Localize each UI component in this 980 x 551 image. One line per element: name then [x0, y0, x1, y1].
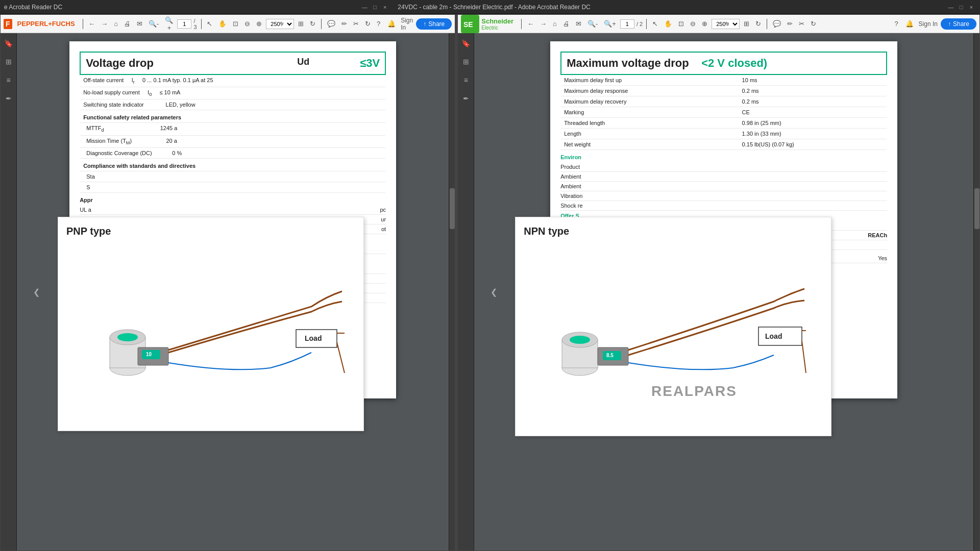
- pen-btn1[interactable]: ✏: [339, 18, 349, 29]
- bookmark-icon1[interactable]: 🔖: [3, 37, 15, 49]
- val-marking: CE: [739, 107, 887, 118]
- scrollbar1[interactable]: [449, 33, 455, 550]
- share-btn2[interactable]: ↑ Share: [941, 18, 976, 30]
- reach-value: REACh: [868, 232, 887, 238]
- sign-in-link1[interactable]: Sign In: [401, 17, 413, 31]
- schneider-logo: SE Schneider Electric: [461, 15, 513, 33]
- rotate3[interactable]: ↻: [753, 18, 763, 29]
- page-input1[interactable]: [177, 19, 191, 29]
- bell-btn1[interactable]: 🔔: [385, 18, 398, 29]
- rotate2-btn1[interactable]: ↻: [363, 18, 373, 29]
- comment-btn1[interactable]: 💬: [325, 18, 337, 29]
- signature-icon2[interactable]: ✒: [460, 92, 472, 105]
- zoom-in-btn1[interactable]: 🔍+: [163, 15, 175, 33]
- max-voltage-value: <2 V closed): [701, 57, 767, 69]
- row-delay-recovery: Maximum delay recovery: [561, 96, 739, 107]
- home-btn1[interactable]: ⌂: [112, 18, 120, 29]
- row-shock: Shock re: [560, 201, 887, 211]
- scissors-btn1[interactable]: ✂: [351, 18, 361, 29]
- scroll-thumb2[interactable]: [974, 188, 979, 229]
- rotate1[interactable]: ↻: [308, 18, 317, 29]
- page-area1: ❮ Voltage drop Ud ≤3V: [17, 33, 449, 550]
- layers-icon2[interactable]: ≡: [460, 74, 472, 86]
- zoom-minus2[interactable]: ⊖: [688, 18, 698, 29]
- home-btn2[interactable]: ⌂: [551, 18, 559, 29]
- window1-controls[interactable]: — □ ×: [360, 3, 389, 12]
- schneider-logo-svg: SE: [461, 15, 479, 33]
- realpars-text: REALPARS: [651, 383, 737, 399]
- fit-page1[interactable]: ⊞: [296, 18, 306, 29]
- fit-page2[interactable]: ⊞: [742, 18, 751, 29]
- row-threaded: Threaded length: [561, 118, 739, 129]
- pf-logo-area: F PEPPERL+FUCHS: [4, 19, 75, 29]
- val-delay-recovery: 0.2 ms: [739, 96, 887, 107]
- select-tool1[interactable]: ⊡: [231, 18, 240, 29]
- row-switching-label: Switching state indicator LED, yellow: [80, 99, 385, 110]
- zoom-select1[interactable]: 250% 100% 150% 200%: [266, 19, 294, 29]
- rotate4-btn2[interactable]: ↻: [808, 18, 818, 29]
- close-btn2[interactable]: ×: [967, 3, 976, 12]
- select-tool2[interactable]: ⊡: [676, 18, 686, 29]
- zoom-minus1[interactable]: ⊖: [242, 18, 252, 29]
- print-btn1[interactable]: 🖨: [122, 18, 133, 29]
- scrollbar2[interactable]: [973, 33, 979, 550]
- question-btn2[interactable]: ?: [892, 18, 900, 29]
- bell-btn2[interactable]: 🔔: [903, 18, 916, 29]
- mail-btn1[interactable]: ✉: [135, 18, 144, 29]
- svg-text:Load: Load: [765, 332, 782, 340]
- question-btn1[interactable]: ?: [375, 18, 382, 29]
- forward-btn1[interactable]: →: [99, 18, 110, 29]
- close-btn1[interactable]: ×: [380, 3, 389, 12]
- zoom-out-btn2[interactable]: 🔍-: [585, 18, 600, 29]
- maximize-btn1[interactable]: □: [370, 3, 379, 12]
- page-input2[interactable]: [620, 19, 634, 29]
- share-icon1: ↑: [423, 20, 426, 28]
- zoom-plus1[interactable]: ⊕: [254, 18, 264, 29]
- zoom-out-btn1[interactable]: 🔍-: [146, 18, 161, 29]
- maximize-btn2[interactable]: □: [957, 3, 966, 12]
- scroll-thumb1[interactable]: [450, 188, 455, 229]
- val-length: 1.30 in (33 mm): [739, 129, 887, 139]
- collapse-btn1[interactable]: ❮: [33, 287, 40, 297]
- collapse-btn2[interactable]: ❮: [491, 287, 497, 297]
- layers-icon1[interactable]: ≡: [3, 74, 15, 86]
- mercury-value: Yes: [878, 255, 887, 261]
- share-btn1[interactable]: ↑ Share: [416, 18, 452, 30]
- window1-titlebar: e Acrobat Reader DC — □ ×: [0, 0, 394, 14]
- thumbnail-icon2[interactable]: ⊞: [460, 56, 472, 68]
- row-product: Product: [560, 162, 887, 172]
- forward-btn2[interactable]: →: [538, 18, 549, 29]
- row-length: Length: [561, 129, 739, 139]
- sep2: [201, 19, 202, 29]
- row-off-current-label: Off-state current Ir 0 ... 0.1 mA typ. 0…: [80, 74, 385, 87]
- window2-title: 24VDC - cable 2m - Schneider Electric.pd…: [398, 4, 591, 11]
- val-delay-first: 10 ms: [739, 74, 887, 86]
- back-btn1[interactable]: ←: [86, 18, 97, 29]
- thumbnail-icon1[interactable]: ⊞: [3, 56, 15, 68]
- row-marking: Marking: [561, 107, 739, 118]
- cursor-tool2[interactable]: ↖: [650, 18, 660, 29]
- hand-tool1[interactable]: ✋: [216, 18, 229, 29]
- bookmark-icon2[interactable]: 🔖: [460, 37, 472, 49]
- row-delay-response: Maximum delay response: [561, 86, 739, 96]
- signature-icon1[interactable]: ✒: [3, 92, 15, 105]
- hand-tool2[interactable]: ✋: [662, 18, 674, 29]
- share-label1: Share: [428, 20, 445, 28]
- row-s: S: [80, 182, 385, 192]
- minimize-btn2[interactable]: —: [946, 3, 955, 12]
- print-btn2[interactable]: 🖨: [561, 18, 572, 29]
- mail-btn2[interactable]: ✉: [574, 18, 583, 29]
- back-btn2[interactable]: ←: [525, 18, 536, 29]
- pf-icon: F: [4, 19, 12, 29]
- cursor-tool1[interactable]: ↖: [205, 18, 214, 29]
- minimize-btn1[interactable]: —: [360, 3, 369, 12]
- window2-controls[interactable]: — □ ×: [946, 3, 976, 12]
- zoom-in-btn2[interactable]: 🔍+: [602, 18, 618, 29]
- sign-in-link2[interactable]: Sign In: [919, 20, 938, 28]
- scissors-btn2[interactable]: ✂: [797, 18, 806, 29]
- zoom-plus2[interactable]: ⊕: [700, 18, 709, 29]
- comment-btn2[interactable]: 💬: [771, 18, 783, 29]
- zoom-select2[interactable]: 250% 100% 150% 200%: [712, 19, 740, 29]
- environ-header: Environ: [560, 152, 887, 162]
- pen-btn2[interactable]: ✏: [785, 18, 795, 29]
